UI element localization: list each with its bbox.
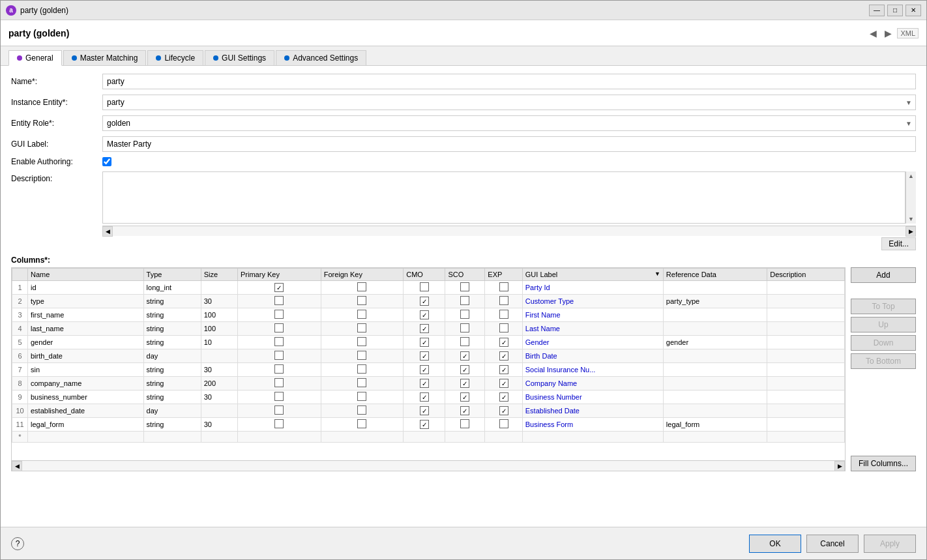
scroll-down-icon[interactable]: ▼ — [906, 214, 916, 224]
th-size: Size — [201, 269, 237, 281]
tab-label-master-matching: Master Matching — [80, 53, 138, 63]
enable-authoring-row: Enable Authoring: — [11, 157, 916, 166]
columns-label: Columns*: — [11, 256, 916, 265]
tab-dot-lifecycle — [156, 55, 161, 61]
tab-label-advanced-settings: Advanced Settings — [293, 53, 358, 63]
hscroll-track — [113, 226, 905, 236]
main-content: Name*: Instance Entity*: party ▼ Entity … — [1, 66, 926, 527]
enable-authoring-label: Enable Authoring: — [11, 157, 102, 166]
instance-entity-label: Instance Entity*: — [11, 98, 102, 107]
th-name: Name — [28, 269, 144, 281]
to-bottom-button[interactable]: To Bottom — [851, 353, 916, 369]
hscroll-left-btn[interactable]: ◀ — [102, 226, 113, 237]
entity-role-row: Entity Role*: golden ▼ — [11, 115, 916, 131]
columns-table-wrap: Name Type Size Primary Key Foreign Key C… — [11, 267, 846, 471]
xml-button[interactable]: XML — [897, 28, 919, 38]
tab-master-matching[interactable]: Master Matching — [63, 50, 147, 65]
table-row: 7sinstring30✓✓✓Social Insurance Nu... — [12, 363, 845, 377]
tab-dot-gui-settings — [213, 55, 218, 61]
gui-label-input[interactable] — [102, 136, 916, 152]
table-row: 9business_numberstring30✓✓✓Business Numb… — [12, 391, 845, 404]
th-sco: SCO — [445, 269, 485, 281]
edit-button[interactable]: Edit... — [881, 237, 916, 250]
window-title: party (golden) — [8, 28, 69, 38]
tab-general[interactable]: General — [8, 50, 62, 66]
ok-button[interactable]: OK — [749, 535, 801, 553]
name-input[interactable] — [102, 74, 916, 89]
th-cmo: CMO — [404, 269, 445, 281]
up-button[interactable]: Up — [851, 317, 916, 332]
tab-gui-settings[interactable]: GUI Settings — [205, 50, 274, 65]
description-row: Description: ▲ ▼ ◀ ▶ Edit... — [11, 171, 916, 250]
gui-label-label: GUI Label: — [11, 140, 102, 149]
forward-button[interactable]: ▶ — [882, 27, 894, 40]
table-row: 5genderstring10✓✓Gendergender — [12, 336, 845, 349]
table-row: 3first_namestring100✓First Name — [12, 308, 845, 322]
cancel-button[interactable]: Cancel — [806, 535, 859, 553]
th-row-num — [12, 269, 28, 281]
th-foreign-key: Foreign Key — [321, 269, 404, 281]
instance-entity-select[interactable]: party — [102, 95, 916, 110]
table-row-new: * — [12, 432, 845, 443]
table-row: 8company_namestring200✓✓✓Company Name — [12, 377, 845, 391]
down-button[interactable]: Down — [851, 335, 916, 351]
tab-label-general: General — [25, 53, 53, 63]
hscroll-right-btn[interactable]: ▶ — [905, 226, 916, 237]
entity-role-label: Entity Role*: — [11, 119, 102, 128]
bottom-bar: ? OK Cancel Apply — [1, 527, 926, 559]
app-icon: a — [6, 5, 16, 16]
th-gui-label: GUI Label ▼ — [522, 269, 663, 281]
close-button[interactable]: ✕ — [905, 5, 921, 16]
description-hscrollbar: ◀ ▶ — [102, 226, 916, 236]
name-label: Name*: — [11, 77, 102, 86]
description-scrollbar: ▲ ▼ — [905, 171, 916, 224]
table-row: 4last_namestring100✓Last Name — [12, 322, 845, 336]
to-top-button[interactable]: To Top — [851, 299, 916, 314]
table-row: 1idlong_int✓Party Id — [12, 281, 845, 295]
fill-columns-button[interactable]: Fill Columns... — [851, 456, 916, 471]
columns-table: Name Type Size Primary Key Foreign Key C… — [12, 268, 845, 443]
th-exp: EXP — [485, 269, 522, 281]
add-button[interactable]: Add — [851, 267, 916, 283]
tab-label-gui-settings: GUI Settings — [222, 53, 266, 63]
description-textarea[interactable] — [102, 171, 905, 224]
table-hscroll-left-btn[interactable]: ◀ — [12, 461, 22, 471]
table-hscroll-track — [22, 461, 834, 471]
help-button[interactable]: ? — [11, 537, 24, 550]
title-bar-title: party (golden) — [20, 6, 68, 15]
table-hscroll-right-btn[interactable]: ▶ — [834, 461, 845, 471]
tab-dot-master-matching — [72, 55, 77, 61]
gui-label-row: GUI Label: — [11, 136, 916, 152]
tab-lifecycle[interactable]: Lifecycle — [147, 50, 203, 65]
th-primary-key: Primary Key — [238, 269, 321, 281]
table-row: 10established_dateday✓✓✓Established Date — [12, 404, 845, 418]
scroll-up-icon[interactable]: ▲ — [906, 171, 916, 181]
th-reference-data: Reference Data — [663, 269, 767, 281]
table-row: 6birth_dateday✓✓✓Birth Date — [12, 349, 845, 363]
enable-authoring-checkbox[interactable] — [102, 157, 111, 166]
columns-section: Columns*: Name Type Size Pri — [11, 256, 916, 471]
entity-role-select[interactable]: golden — [102, 115, 916, 131]
apply-button[interactable]: Apply — [864, 535, 916, 553]
th-description: Description — [767, 269, 845, 281]
instance-entity-row: Instance Entity*: party ▼ — [11, 95, 916, 110]
description-label: Description: — [11, 171, 102, 183]
tab-label-lifecycle: Lifecycle — [164, 53, 195, 63]
minimize-button[interactable]: — — [869, 5, 885, 16]
table-row: 11legal_formstring30✓Business Formlegal_… — [12, 418, 845, 432]
table-hscrollbar: ◀ ▶ — [12, 460, 845, 471]
tab-advanced-settings[interactable]: Advanced Settings — [276, 50, 366, 65]
tabs-bar: General Master Matching Lifecycle GUI Se… — [1, 46, 926, 66]
name-row: Name*: — [11, 74, 916, 89]
table-row: 2typestring30✓Customer Typeparty_type — [12, 295, 845, 308]
maximize-button[interactable]: □ — [887, 5, 903, 16]
back-button[interactable]: ◀ — [867, 27, 879, 40]
tab-dot-general — [17, 55, 22, 61]
title-bar: a party (golden) — □ ✕ — [1, 1, 926, 20]
window-header: party (golden) ◀ ▶ XML — [1, 20, 926, 46]
tab-dot-advanced-settings — [284, 55, 289, 61]
th-type: Type — [143, 269, 201, 281]
